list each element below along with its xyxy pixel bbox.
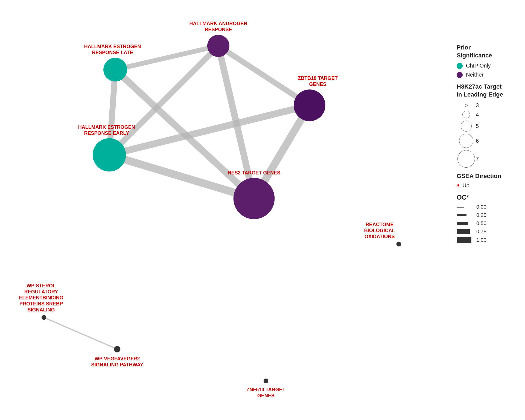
gsea-up-item: a Up xyxy=(457,182,517,189)
size-circle-4 xyxy=(462,111,470,118)
size-item-4: 4 xyxy=(457,111,517,118)
gsea-up-letter: a xyxy=(457,182,460,189)
oc2-bar-075 xyxy=(457,229,470,234)
chip-only-dot xyxy=(457,63,463,69)
size-item-3: 3 xyxy=(457,102,517,109)
h3k27ac-title: H3K27ac TargetIn Leading Edge xyxy=(457,83,517,98)
size-circle-7 xyxy=(457,150,475,168)
gsea-direction-title: GSEA Direction xyxy=(457,173,517,180)
size-item-7: 7 xyxy=(457,150,517,168)
oc2-bar-000 xyxy=(457,207,464,208)
oc2-item-025: 0.25 xyxy=(457,212,517,218)
oc2-bar-050 xyxy=(457,222,468,225)
chip-only-legend-item: ChIP Only xyxy=(457,63,517,69)
network-canvas xyxy=(0,0,525,420)
oc2-item-100: 1.00 xyxy=(457,237,517,243)
gsea-up-label: Up xyxy=(462,182,469,189)
gsea-section: GSEA Direction a Up xyxy=(457,173,517,189)
oc2-bar-025 xyxy=(457,214,466,216)
prior-significance-title: PriorSignificance xyxy=(457,44,517,59)
neither-legend-item: Neither xyxy=(457,72,517,78)
size-circle-6 xyxy=(459,134,473,148)
oc2-section: OC² 0.00 0.25 0.50 0.75 xyxy=(457,194,517,243)
size-item-6: 6 xyxy=(457,134,517,148)
legend-panel: PriorSignificance ChIP Only Neither H3K2… xyxy=(457,44,517,246)
h3k27ac-size-legend: H3K27ac TargetIn Leading Edge 3 4 5 6 xyxy=(457,83,517,168)
size-item-5: 5 xyxy=(457,121,517,132)
neither-label: Neither xyxy=(466,72,483,78)
chip-only-label: ChIP Only xyxy=(466,63,491,69)
oc2-item-000: 0.00 xyxy=(457,204,517,210)
neither-dot xyxy=(457,72,463,78)
size-circle-3 xyxy=(465,104,468,107)
oc2-item-075: 0.75 xyxy=(457,229,517,235)
size-circle-5 xyxy=(461,121,472,132)
oc2-title: OC² xyxy=(457,194,517,201)
oc2-bar-100 xyxy=(457,237,471,243)
oc2-item-050: 0.50 xyxy=(457,220,517,226)
